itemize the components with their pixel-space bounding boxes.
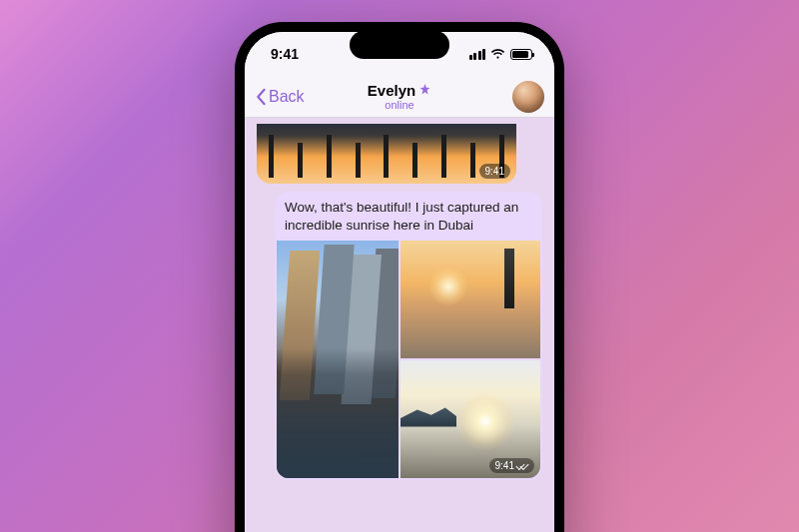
screen: 9:41 Back Evelyn online <box>245 32 554 532</box>
photo-beach-sunset[interactable]: 9:41 <box>400 360 540 478</box>
status-time: 9:41 <box>271 46 299 62</box>
photo-pier-sunset <box>257 124 516 184</box>
message-text: Wow, that's beautiful! I just captured a… <box>275 192 542 241</box>
photo-city-skyscrapers[interactable] <box>277 241 399 478</box>
message-timestamp: 9:41 <box>479 164 510 179</box>
message-timestamp: 9:41 <box>489 458 534 473</box>
phone-frame: 9:41 Back Evelyn online <box>235 22 564 532</box>
chevron-left-icon <box>255 88 267 106</box>
battery-icon <box>510 49 532 60</box>
back-button[interactable]: Back <box>255 88 305 106</box>
premium-star-icon <box>418 82 431 99</box>
back-label: Back <box>269 88 305 106</box>
cellular-signal-icon <box>469 49 486 60</box>
avatar[interactable] <box>512 81 544 113</box>
chat-header: Back Evelyn online <box>245 76 554 118</box>
status-indicators <box>469 49 533 60</box>
chat-title: Evelyn <box>368 82 415 99</box>
read-checks-icon <box>516 462 528 470</box>
dynamic-island <box>350 31 449 59</box>
chat-scroll-area[interactable]: 9:41 Wow, that's beautiful! I just captu… <box>245 118 554 532</box>
photo-lighthouse-sunset[interactable] <box>400 241 540 358</box>
media-album: 9:41 <box>275 241 542 480</box>
outgoing-message-bubble[interactable]: Wow, that's beautiful! I just captured a… <box>275 192 542 480</box>
wifi-icon <box>490 49 505 60</box>
incoming-photo-message[interactable]: 9:41 <box>257 124 516 184</box>
